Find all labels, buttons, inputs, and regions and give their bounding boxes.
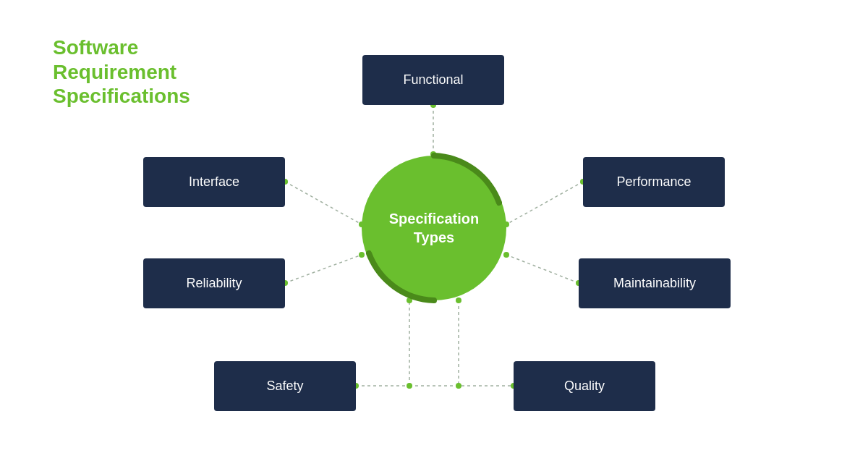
- svg-line-1: [285, 182, 362, 224]
- svg-line-4: [506, 255, 579, 283]
- svg-point-23: [456, 383, 461, 389]
- box-maintainability: Maintainability: [579, 258, 731, 308]
- box-performance: Performance: [583, 157, 725, 207]
- svg-point-20: [407, 383, 412, 389]
- box-reliability: Reliability: [143, 258, 285, 308]
- arc-svg: [354, 148, 514, 308]
- title-line2: Requirement: [53, 60, 190, 85]
- box-interface: Interface: [143, 157, 285, 207]
- center-circle: Specification Types: [362, 156, 506, 300]
- box-safety: Safety: [214, 361, 356, 411]
- title-block: Software Requirement Specifications: [53, 35, 190, 109]
- box-functional: Functional: [362, 55, 504, 105]
- svg-line-3: [506, 182, 583, 224]
- title-line1: Software: [53, 35, 190, 60]
- svg-line-2: [285, 255, 362, 283]
- box-quality: Quality: [514, 361, 655, 411]
- title-line3: Specifications: [53, 84, 190, 109]
